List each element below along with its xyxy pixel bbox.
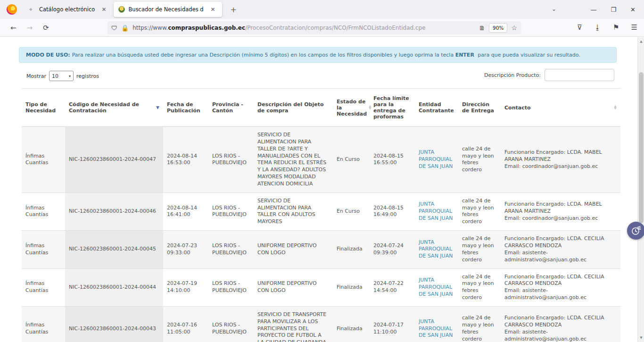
sort-both-icon: ▲▼ xyxy=(369,105,371,110)
tracking-shield-icon[interactable]: 🛡 xyxy=(111,25,117,32)
col-header-direccion[interactable]: Dirección de Entrega xyxy=(458,89,501,127)
url-domain: compraspublicas.gob.ec xyxy=(168,25,245,31)
cell-entidad: JUNTA PARROQUIAL DE SAN JUAN xyxy=(415,127,458,193)
contacto-email: Email: asistente-administrativo@sanjuan.… xyxy=(504,329,617,342)
cell-entidad: JUNTA PARROQUIAL DE SAN JUAN xyxy=(415,231,458,268)
col-header-fecha-publicacion[interactable]: Fecha de Publicación xyxy=(163,89,208,127)
cell-direccion: calle 24 de mayo y leon febres cordero xyxy=(458,268,501,306)
show-entries-select[interactable]: 10 ▾ xyxy=(49,71,74,81)
cell-tipo: Ínfimas Cuantías xyxy=(22,192,65,230)
entidad-link[interactable]: JUNTA PARROQUIAL DE SAN JUAN xyxy=(419,318,453,339)
needs-table: Tipo de Necesidad Código de Necesidad de… xyxy=(22,88,620,342)
cell-provincia: LOS RIOS - PUEBLOVIEJO xyxy=(208,192,254,230)
scroll-down-icon[interactable]: ▼ xyxy=(638,334,644,341)
cell-contacto: Funcionario Encargado: LCDA. CECILIA CAR… xyxy=(501,306,620,342)
new-tab-button[interactable]: + xyxy=(226,4,241,15)
navigation-bar: ← → ⟳ 🛡 🔒 https://www.compraspublicas.go… xyxy=(0,19,644,37)
table-row: Ínfimas Cuantías NIC-1260023860001-2024-… xyxy=(22,192,620,230)
cell-codigo: NIC-1260023860001-2024-00043 xyxy=(65,306,163,342)
zoom-level-badge[interactable]: 90% xyxy=(489,23,507,33)
entidad-link[interactable]: JUNTA PARROQUIAL DE SAN JUAN xyxy=(419,201,453,221)
col-header-estado[interactable]: Estado de la Necesidad▲▼ xyxy=(333,89,370,127)
cell-tipo: Ínfimas Cuantías xyxy=(22,268,65,306)
contacto-nombre: Funcionario Encargado: LCDA. MABEL ARANA… xyxy=(504,201,617,215)
tab-close-icon[interactable]: ✕ xyxy=(99,5,108,14)
cell-descripcion: SERVICIO DE ALIMENTACION PARA TALLER CON… xyxy=(254,192,333,230)
col-header-fecha-limite[interactable]: Fecha límite para la entrega de proforma… xyxy=(370,89,415,127)
sort-both-icon: ▲▼ xyxy=(614,105,617,110)
winged-clock-icon xyxy=(630,225,642,236)
url-bar[interactable]: 🛡 🔒 https://www.compraspublicas.gob.ec/P… xyxy=(107,21,521,34)
close-button[interactable]: ✕ xyxy=(630,6,636,13)
cell-fecha-publicacion: 2024-07-19 14:10:00 xyxy=(163,268,208,306)
list-all-tabs-icon[interactable]: ⌄ xyxy=(552,6,556,12)
bookmark-star-icon[interactable]: ☆ xyxy=(511,24,517,32)
cell-entidad: JUNTA PARROQUIAL DE SAN JUAN xyxy=(415,192,458,230)
col-header-tipo[interactable]: Tipo de Necesidad xyxy=(22,89,65,127)
cell-estado: En Curso xyxy=(333,192,370,230)
back-icon[interactable]: ← xyxy=(10,24,17,32)
firefox-icon[interactable] xyxy=(7,4,17,15)
entidad-link[interactable]: JUNTA PARROQUIAL DE SAN JUAN xyxy=(419,239,453,259)
cell-tipo: Ínfimas Cuantías xyxy=(22,231,65,268)
tab-close-icon[interactable]: ✕ xyxy=(208,5,217,14)
window-controls: — ❐ ✕ xyxy=(590,0,644,19)
tab-title: Buscador de Necesidades de Co xyxy=(128,6,204,13)
tab-strip: ⌖ Catálogo electrónico ✕ Buscador de Nec… xyxy=(0,0,644,19)
product-filter-input[interactable] xyxy=(545,69,614,81)
registros-label: registros xyxy=(76,73,99,79)
table-row: Ínfimas Cuantías NIC-1260023860001-2024-… xyxy=(22,231,620,268)
entidad-link[interactable]: JUNTA PARROQUIAL DE SAN JUAN xyxy=(419,277,453,297)
scroll-up-icon[interactable]: ▲ xyxy=(638,38,644,45)
cell-fecha-publicacion: 2024-08-14 16:53:00 xyxy=(163,127,208,193)
cell-provincia: LOS RIOS - PUEBLOVIEJO xyxy=(208,306,254,342)
col-header-codigo[interactable]: Código de Necesidad de Contratación▼ xyxy=(65,89,163,127)
cell-contacto: Funcionario Encargado: LCDA. MABEL ARANA… xyxy=(501,192,620,230)
reload-icon[interactable]: ⟳ xyxy=(43,24,49,32)
pocket-icon[interactable]: ⊽ xyxy=(577,23,582,32)
cell-descripcion: UNIFORME DEPORTIVO CON LOGO xyxy=(254,268,333,306)
chevron-down-icon: ▾ xyxy=(69,74,71,78)
col-header-descripcion[interactable]: Descripción del Objeto de compra xyxy=(254,89,333,127)
minimize-button[interactable]: — xyxy=(590,6,596,13)
contacto-nombre: Funcionario Encargado: LCDA. MABEL ARANA… xyxy=(504,149,617,163)
contacto-nombre: Funcionario Encargado: LCDA. CECILIA CAR… xyxy=(504,274,617,288)
cell-contacto: Funcionario Encargado: LCDA. CECILIA CAR… xyxy=(501,268,620,306)
table-row: Ínfimas Cuantías NIC-1260023860001-2024-… xyxy=(22,268,620,306)
col-header-contacto[interactable]: Contacto▲▼ xyxy=(501,89,620,127)
vertical-scrollbar[interactable]: ▲ ▼ xyxy=(637,37,644,342)
show-label: Mostrar xyxy=(26,73,46,79)
cell-descripcion: SERVICIO DE ALIMENTACION PARA TALLER DE … xyxy=(254,127,333,193)
entidad-link[interactable]: JUNTA PARROQUIAL DE SAN JUAN xyxy=(419,149,453,169)
contacto-email: Email: coordinador@sanjuan.gob.ec xyxy=(504,163,617,170)
floating-clock-widget-button[interactable] xyxy=(627,222,644,240)
cell-estado: Finalizada xyxy=(333,231,370,268)
scrollbar-thumb[interactable] xyxy=(639,72,644,223)
cell-descripcion: UNIFORME DEPORTIVO CON LOGO xyxy=(254,231,333,268)
cell-entidad: JUNTA PARROQUIAL DE SAN JUAN xyxy=(415,268,458,306)
tab-favicon-catalogo: ⌖ xyxy=(29,6,36,13)
lock-icon[interactable]: 🔒 xyxy=(121,25,129,32)
notice-key: ENTER xyxy=(455,52,474,58)
cell-provincia: LOS RIOS - PUEBLOVIEJO xyxy=(208,127,254,193)
forward-icon[interactable]: → xyxy=(27,24,33,32)
url-scheme: https://www. xyxy=(132,25,168,31)
cell-codigo: NIC-1260023860001-2024-00045 xyxy=(65,231,163,268)
reader-mode-icon[interactable]: 🗎 xyxy=(479,25,485,32)
tab-title: Catálogo electrónico xyxy=(39,6,95,13)
cell-tipo: Ínfimas Cuantías xyxy=(22,306,65,342)
restore-button[interactable]: ❐ xyxy=(611,6,616,13)
cell-provincia: LOS RIOS - PUEBLOVIEJO xyxy=(208,268,254,306)
menu-hamburger-icon[interactable]: ☰ xyxy=(631,23,637,32)
tab-buscador[interactable]: Buscador de Necesidades de Co ✕ xyxy=(114,2,222,17)
tab-catalogo[interactable]: ⌖ Catálogo electrónico ✕ xyxy=(25,2,113,17)
url-text[interactable]: https://www.compraspublicas.gob.ec/Proce… xyxy=(132,25,475,31)
browser-window: ⌖ Catálogo electrónico ✕ Buscador de Nec… xyxy=(0,0,644,342)
col-header-provincia[interactable]: Provincia - Cantón xyxy=(208,89,254,127)
cell-fecha-limite: 2024-07-24 09:39:00 xyxy=(370,231,415,268)
product-filter-label: Descripción Producto: xyxy=(484,72,541,78)
cell-estado: Finalizada xyxy=(333,306,370,342)
download-icon[interactable]: ⭳ xyxy=(594,23,601,32)
col-header-entidad[interactable]: Entidad Contratante xyxy=(415,89,458,127)
extensions-icon[interactable]: ⚑ xyxy=(613,23,619,32)
